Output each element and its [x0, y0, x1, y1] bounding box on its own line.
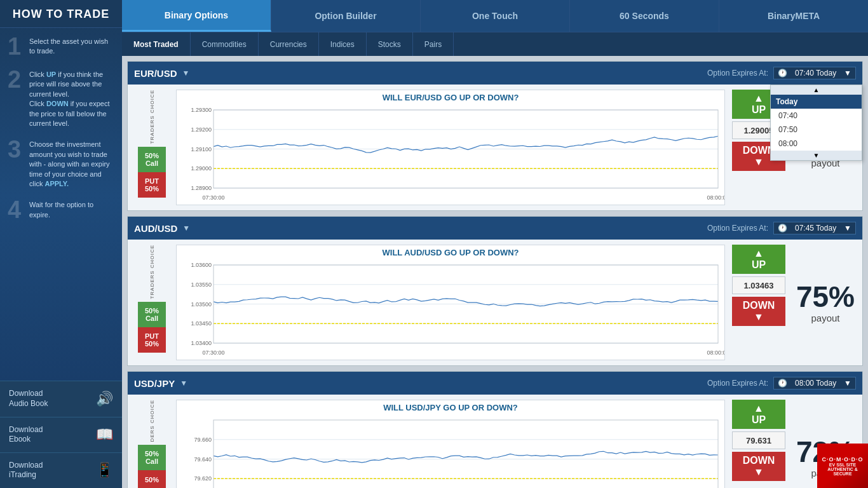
usdjpy-put-bar: 50% [138, 470, 166, 488]
audusd-btn-up[interactable]: ▲ UP [732, 245, 785, 274]
audusd-expires-arrow: ▼ [844, 224, 851, 233]
usdjpy-trade-buttons: ▲ UP 79.631 DOWN ▼ [730, 400, 787, 488]
subtab-commodities[interactable]: Commodities [191, 32, 259, 56]
eurusd-up-arrow: ▲ [754, 93, 764, 104]
dropdown-item-0740[interactable]: 07:40 [771, 109, 862, 123]
audusd-put-bar: PUT 50% [138, 327, 166, 353]
usdjpy-btn-down[interactable]: DOWN ▼ [732, 452, 785, 481]
audusd-btn-down[interactable]: DOWN ▼ [732, 297, 785, 326]
download-itrading[interactable]: DownloadiTrading 📱 [0, 452, 122, 488]
card-eurusd-header: EUR/USD ▼ Option Expires At: 🕐 07:40 Tod… [128, 62, 862, 85]
eurusd-put-label: PUT [145, 177, 159, 185]
sub-tabs: Most Traded Commodities Currencies Indic… [122, 32, 868, 56]
subtab-indices[interactable]: Indices [319, 32, 367, 56]
step-4-num: 4 [8, 198, 25, 222]
usdjpy-up-arrow: ▲ [754, 403, 764, 414]
tab-option-builder[interactable]: Option Builder [271, 0, 421, 32]
eurusd-down-arrow: ▼ [754, 156, 764, 168]
audusd-canvas [177, 259, 724, 357]
usdjpy-btn-up[interactable]: ▲ UP [732, 400, 785, 429]
card-usdjpy: USD/JPY ▼ Option Expires At: 🕐 08:00 Tod… [127, 371, 863, 488]
eurusd-chart: WILL EUR/USD GO UP OR DOWN? [176, 90, 725, 205]
audusd-call-bar: 50% Call [138, 302, 166, 327]
eurusd-expires-select[interactable]: 🕐 07:40 Today ▼ [773, 67, 856, 79]
audusd-put-label: PUT [145, 332, 159, 340]
up-text: UP [46, 71, 56, 78]
audusd-clock-icon: 🕐 [778, 224, 787, 233]
download-ebook[interactable]: DownloadEbook 📖 [0, 417, 122, 452]
itrading-icon: 📱 [96, 462, 113, 478]
step-3-num: 3 [8, 137, 25, 161]
eurusd-chart-title: WILL EUR/USD GO UP OR DOWN? [177, 90, 724, 104]
usdjpy-expires-arrow: ▼ [844, 379, 851, 388]
usdjpy-canvas [177, 414, 724, 488]
eurusd-traders-choice: TRADERS CHOICE 50% Call PUT 50% [133, 90, 171, 205]
audusd-pair: AUD/USD [134, 223, 177, 234]
audusd-put-pct: 50% [145, 340, 159, 348]
usdjpy-down-arrow: ▼ [754, 466, 764, 478]
card-usdjpy-body: DERS CHOICE 50% Call 50% WILL USD/JPY GO… [128, 395, 862, 488]
card-eurusd-title: EUR/USD ▼ [134, 68, 189, 79]
tab-60-seconds[interactable]: 60 Seconds [570, 0, 719, 32]
audusd-expires-value: 07:45 Today [795, 224, 836, 233]
audusd-dropdown-arrow[interactable]: ▼ [182, 224, 190, 233]
download-itrading-label: DownloadiTrading [9, 461, 43, 480]
audusd-chart-title: WILL AUD/USD GO UP OR DOWN? [177, 245, 724, 259]
download-audio-label: DownloadAudio Book [9, 389, 48, 409]
card-usdjpy-title: USD/JPY ▼ [134, 378, 187, 389]
step-3-text: Choose the investment amount you wish to… [29, 137, 114, 189]
subtab-currencies[interactable]: Currencies [259, 32, 319, 56]
audusd-down-label: DOWN [743, 300, 775, 311]
usdjpy-chart-title: WILL USD/JPY GO UP OR DOWN? [177, 400, 724, 414]
apply-text: APPLY. [44, 180, 69, 187]
card-usdjpy-header: USD/JPY ▼ Option Expires At: 🕐 08:00 Tod… [128, 372, 862, 395]
eurusd-choice-label: TRADERS CHOICE [149, 90, 155, 144]
audusd-choice-bars: 50% Call PUT 50% [138, 302, 166, 353]
eurusd-call-bar: 50% Call [138, 147, 166, 172]
comodo-line1: C·O·M·O·D·O [822, 456, 864, 463]
sidebar: HOW TO TRADE 1 Select the asset you wish… [0, 0, 122, 488]
sidebar-title: HOW TO TRADE [0, 0, 122, 28]
tab-one-touch[interactable]: One Touch [421, 0, 570, 32]
tab-binary-options[interactable]: Binary Options [122, 0, 271, 32]
step-1: 1 Select the asset you wish to trade. [8, 34, 114, 58]
comodo-badge: C·O·M·O·D·O EV SSL SITE AUTHENTIC & SECU… [817, 444, 868, 488]
dropdown-scroll-up[interactable]: ▲ [771, 85, 862, 95]
usdjpy-call-pct: 50% [145, 450, 159, 458]
audusd-down-arrow: ▼ [754, 311, 764, 323]
card-eurusd-body: TRADERS CHOICE 50% Call PUT 50% WILL EUR… [128, 85, 862, 210]
top-tabs: Binary Options Option Builder One Touch … [122, 0, 868, 32]
audusd-call-pct: 50% [145, 307, 159, 315]
audusd-up-arrow: ▲ [754, 248, 764, 259]
card-eurusd-expires: Option Expires At: 🕐 07:40 Today ▼ [707, 67, 856, 79]
comodo-line4: SECURE [833, 471, 851, 476]
steps-container: 1 Select the asset you wish to trade. 2 … [0, 28, 122, 381]
eurusd-dropdown-arrow[interactable]: ▼ [182, 69, 190, 78]
audusd-payout: 75% payout [794, 245, 857, 360]
dropdown-item-0800[interactable]: 08:00 [771, 137, 862, 151]
eurusd-put-bar: PUT 50% [138, 172, 166, 198]
step-2: 2 Click UP if you think the price will r… [8, 67, 114, 128]
eurusd-expires-dropdown: ▲ Today 07:40 07:50 08:00 ▼ [770, 85, 862, 161]
dropdown-scroll-down[interactable]: ▼ [771, 151, 862, 160]
audusd-price: 1.03463 [732, 276, 785, 294]
usdjpy-choice-bars: 50% Call 50% [138, 445, 166, 488]
subtab-most-traded[interactable]: Most Traded [122, 32, 191, 56]
subtab-pairs[interactable]: Pairs [413, 32, 454, 56]
step-2-num: 2 [8, 67, 25, 92]
subtab-stocks[interactable]: Stocks [367, 32, 413, 56]
usdjpy-expires-select[interactable]: 🕐 08:00 Today ▼ [773, 377, 856, 390]
usdjpy-expires-label: Option Expires At: [707, 379, 768, 388]
download-audio-book[interactable]: DownloadAudio Book 🔊 [0, 381, 122, 416]
tab-binary-meta[interactable]: BinaryMETA [719, 0, 868, 32]
dropdown-item-0750[interactable]: 07:50 [771, 123, 862, 137]
audusd-expires-select[interactable]: 🕐 07:45 Today ▼ [773, 222, 856, 234]
usdjpy-dropdown-arrow[interactable]: ▼ [180, 379, 187, 388]
card-audusd-header: AUD/USD ▼ Option Expires At: 🕐 07:45 Tod… [128, 217, 862, 240]
card-audusd-title: AUD/USD ▼ [134, 223, 190, 234]
audusd-payout-pct: 75% [796, 282, 855, 311]
usdjpy-put-pct: 50% [145, 476, 159, 484]
download-ebook-label: DownloadEbook [9, 425, 43, 445]
card-eurusd: EUR/USD ▼ Option Expires At: 🕐 07:40 Tod… [127, 61, 863, 211]
card-usdjpy-expires: Option Expires At: 🕐 08:00 Today ▼ [707, 377, 856, 390]
